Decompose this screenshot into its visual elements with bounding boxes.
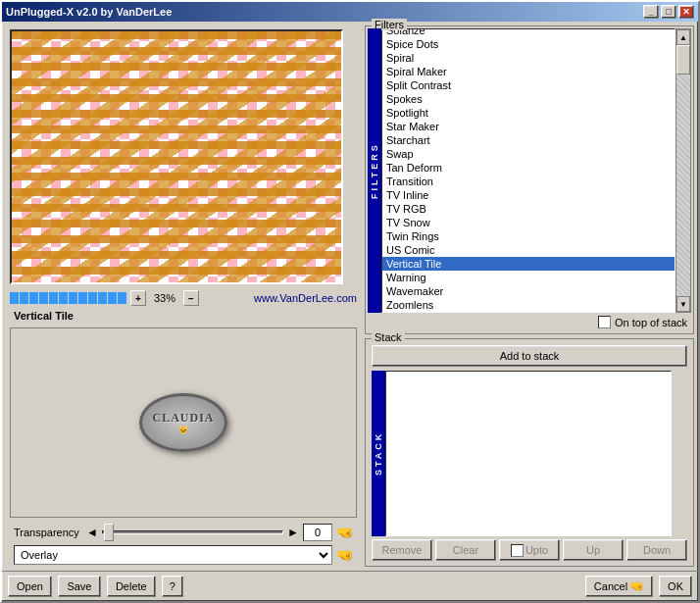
preview-area — [10, 29, 343, 284]
filter-item[interactable]: Transition — [382, 175, 675, 188]
blend-mode-select[interactable]: Normal Overlay Multiply Screen Dissolve — [14, 545, 332, 565]
filter-scrollbar[interactable]: ▲ ▼ — [675, 28, 691, 313]
help-button[interactable]: ? — [162, 576, 183, 597]
filter-item[interactable]: Tan Deform — [382, 161, 675, 175]
filter-list[interactable]: SolarizeSpice DotsSpiralSpiral MakerSpli… — [381, 28, 675, 313]
stack-sidebar: STACK — [372, 371, 385, 536]
open-button[interactable]: Open — [8, 576, 52, 597]
blend-row: Normal Overlay Multiply Screen Dissolve … — [6, 543, 361, 567]
save-button[interactable]: Save — [58, 576, 101, 597]
zoom-in-button[interactable]: + — [130, 290, 146, 306]
filter-item[interactable]: Spokes — [382, 92, 675, 106]
left-panel: + 33% − www.VanDerLee.com Vertical Tile … — [6, 25, 361, 567]
website-link[interactable]: www.VanDerLee.com — [254, 292, 357, 304]
filter-item[interactable]: Swap — [382, 147, 675, 161]
claudia-text: CLAUDIA — [152, 411, 214, 426]
delete-button[interactable]: Delete — [107, 576, 156, 597]
filters-group: Filters FILTERS SolarizeSpice DotsSpiral… — [365, 25, 694, 334]
scroll-track — [676, 45, 690, 296]
filter-item[interactable]: Zoomlens — [382, 298, 675, 312]
window-title: UnPlugged-X v2.0 by VanDerLee — [6, 6, 172, 18]
hand-cursor-blend: 🤜 — [336, 547, 353, 563]
zoom-bar: + 33% − www.VanDerLee.com — [6, 288, 361, 308]
upto-button[interactable]: Upto — [499, 539, 560, 561]
slider-track — [102, 530, 283, 534]
filter-item[interactable]: Vertical Tile — [382, 257, 675, 271]
transparency-value[interactable]: 0 — [303, 524, 332, 541]
ok-button[interactable]: OK — [659, 576, 692, 597]
clear-button[interactable]: Clear — [435, 539, 496, 561]
transparency-label: Transparency — [14, 527, 82, 538]
filter-item[interactable]: TV Snow — [382, 216, 675, 229]
transparency-arrow-left[interactable]: ◄ — [86, 526, 98, 539]
minimize-button[interactable]: _ — [643, 5, 659, 19]
filter-item[interactable]: Warning — [382, 271, 675, 284]
stack-list — [385, 371, 672, 536]
filter-item[interactable]: US Comic — [382, 243, 675, 257]
cancel-button[interactable]: Cancel 🤜 — [585, 576, 653, 597]
filter-list-container: FILTERS SolarizeSpice DotsSpiralSpiral M… — [368, 28, 691, 313]
image-overlay2 — [12, 31, 341, 282]
remove-button[interactable]: Remove — [372, 539, 432, 561]
upto-label: Upto — [525, 544, 548, 556]
stack-buttons: Remove Clear Upto Up Down — [368, 536, 691, 564]
filter-item[interactable]: Spiral — [382, 51, 675, 65]
scroll-thumb[interactable] — [676, 45, 690, 75]
filter-item[interactable]: Spice Dots — [382, 37, 675, 51]
on-top-label: On top of stack — [615, 317, 687, 328]
down-button[interactable]: Down — [626, 539, 687, 561]
transparency-slider[interactable] — [102, 524, 283, 541]
scroll-down-button[interactable]: ▼ — [676, 296, 690, 312]
filter-item[interactable]: TV RGB — [382, 202, 675, 216]
filters-sidebar: FILTERS — [368, 28, 381, 313]
stack-list-container: STACK — [372, 371, 687, 536]
active-filter-label: Vertical Tile — [6, 308, 361, 324]
transparency-arrow-right[interactable]: ► — [287, 526, 299, 539]
filter-item[interactable]: Star Maker — [382, 120, 675, 133]
on-top-checkbox[interactable] — [598, 316, 611, 328]
stack-group-label: Stack — [372, 331, 405, 343]
filter-params-panel: CLAUDIA 🐱 — [10, 327, 357, 518]
stack-group: Stack Add to stack STACK Remove Clear Up… — [365, 338, 694, 567]
filter-item[interactable]: TV Inline — [382, 188, 675, 202]
right-panel: Filters FILTERS SolarizeSpice DotsSpiral… — [365, 25, 694, 567]
filter-item[interactable]: Wavemaker — [382, 284, 675, 298]
filter-item[interactable]: Starchart — [382, 133, 675, 147]
claudia-badge: CLAUDIA 🐱 — [139, 393, 227, 452]
maximize-button[interactable]: □ — [661, 5, 676, 19]
zoom-out-button[interactable]: − — [183, 290, 199, 306]
filter-item[interactable]: Spotlight — [382, 106, 675, 120]
main-window: UnPlugged-X v2.0 by VanDerLee _ □ ✕ — [0, 0, 700, 603]
on-top-row: On top of stack — [368, 313, 691, 331]
close-button[interactable]: ✕ — [678, 5, 694, 19]
up-button[interactable]: Up — [563, 539, 624, 561]
add-to-stack-button[interactable]: Add to stack — [372, 345, 687, 367]
bottom-bar: Open Save Delete ? Cancel 🤜 OK — [2, 571, 698, 601]
progress-bar — [10, 292, 126, 304]
title-bar: UnPlugged-X v2.0 by VanDerLee _ □ ✕ — [2, 2, 698, 22]
title-controls: _ □ ✕ — [643, 5, 694, 19]
filter-item[interactable]: Split Contrast — [382, 78, 675, 92]
claudia-icon: 🐱 — [178, 426, 188, 434]
filter-item[interactable]: Twin Rings — [382, 229, 675, 243]
upto-checkbox[interactable] — [511, 544, 524, 557]
slider-thumb[interactable] — [104, 524, 114, 541]
hand-cursor-transparency: 🤜 — [336, 525, 353, 540]
hand-cursor-cancel: 🤜 — [629, 579, 644, 593]
zoom-value: 33% — [150, 292, 179, 304]
stack-scrollbar — [672, 371, 687, 536]
filter-item[interactable]: Solarize — [382, 28, 675, 37]
transparency-row: Transparency ◄ ► 0 🤜 — [6, 522, 361, 543]
scroll-up-button[interactable]: ▲ — [676, 29, 690, 45]
main-content: + 33% − www.VanDerLee.com Vertical Tile … — [2, 22, 698, 571]
filter-item[interactable]: Spiral Maker — [382, 65, 675, 78]
